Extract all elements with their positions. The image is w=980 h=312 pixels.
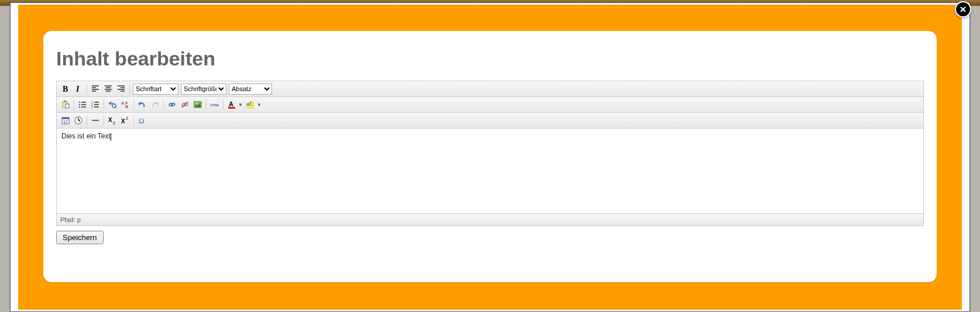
svg-text:3: 3 (91, 105, 93, 109)
toolbar-row-3: 17 X2 X2 Ω (57, 113, 923, 129)
bg-color-button[interactable]: ab (245, 99, 256, 110)
toolbar-row-2: 123 AB HTML A ▼ (57, 97, 923, 113)
content-text: Dies ist ein Text (61, 132, 111, 140)
text-color-dropdown[interactable]: ▼ (237, 102, 244, 108)
horizontal-rule-icon[interactable] (90, 115, 101, 126)
close-icon[interactable] (955, 1, 971, 18)
svg-text:A: A (229, 100, 233, 108)
insert-date-icon[interactable]: 17 (60, 115, 71, 126)
svg-point-5 (79, 102, 81, 103)
svg-text:2: 2 (126, 116, 128, 120)
svg-rect-4 (66, 104, 69, 108)
svg-text:I: I (75, 85, 80, 93)
undo-button[interactable] (136, 99, 148, 110)
status-bar[interactable]: Pfad: p (57, 213, 923, 226)
svg-text:HTML: HTML (210, 103, 219, 107)
svg-text:A: A (121, 101, 124, 105)
page-title: Inhalt bearbeiten (56, 47, 924, 70)
svg-rect-31 (92, 120, 99, 121)
link-icon[interactable] (166, 99, 178, 110)
unlink-icon[interactable] (179, 99, 191, 110)
subscript-button[interactable]: X2 (106, 115, 118, 126)
numbered-list-button[interactable]: 123 (90, 99, 101, 110)
svg-text:B: B (63, 85, 68, 93)
editor-content[interactable]: Dies ist ein Text (57, 129, 923, 213)
align-left-button[interactable] (90, 83, 101, 95)
svg-text:2: 2 (113, 121, 115, 125)
align-right-button[interactable] (115, 83, 127, 95)
svg-text:X: X (108, 117, 112, 123)
modal-overlay: Inhalt bearbeiten B I Schriftart Schrift… (10, 2, 970, 312)
svg-rect-3 (64, 100, 66, 102)
svg-line-12 (115, 107, 116, 108)
svg-point-7 (79, 106, 81, 108)
text-color-button[interactable]: A (226, 99, 238, 110)
insert-time-icon[interactable] (73, 115, 84, 126)
image-icon[interactable] (192, 99, 204, 110)
svg-line-19 (182, 102, 188, 108)
svg-rect-24 (228, 107, 235, 109)
svg-point-21 (196, 103, 198, 105)
find-icon[interactable] (106, 99, 118, 110)
editor-panel: Inhalt bearbeiten B I Schriftart Schrift… (43, 31, 937, 282)
bold-button[interactable]: B (60, 83, 71, 95)
block-format-select[interactable]: Absatz (229, 84, 272, 95)
italic-button[interactable]: I (73, 83, 84, 95)
wysiwyg-editor: B I Schriftart Schriftgröße Absatz (56, 81, 924, 226)
html-button[interactable]: HTML (209, 99, 221, 110)
redo-button[interactable] (149, 99, 161, 110)
font-size-select[interactable]: Schriftgröße (181, 84, 226, 95)
svg-text:17: 17 (63, 120, 68, 124)
orange-frame: Inhalt bearbeiten B I Schriftart Schrift… (18, 5, 962, 310)
svg-point-6 (79, 104, 81, 106)
svg-text:B: B (125, 105, 128, 109)
bg-color-dropdown[interactable]: ▼ (256, 102, 263, 108)
special-char-icon[interactable]: Ω (136, 115, 148, 126)
toolbar-row-1: B I Schriftart Schriftgröße Absatz (57, 81, 923, 97)
svg-text:Ω: Ω (139, 116, 145, 125)
superscript-button[interactable]: X2 (119, 115, 131, 126)
font-family-select[interactable]: Schriftart (133, 84, 178, 95)
svg-rect-28 (62, 117, 69, 119)
paste-icon[interactable] (60, 99, 71, 110)
align-center-button[interactable] (102, 83, 114, 95)
bullet-list-button[interactable] (77, 99, 88, 110)
svg-rect-26 (247, 107, 254, 109)
replace-icon[interactable]: AB (119, 99, 131, 110)
svg-text:X: X (121, 118, 125, 124)
save-button[interactable]: Speichern (56, 231, 104, 244)
